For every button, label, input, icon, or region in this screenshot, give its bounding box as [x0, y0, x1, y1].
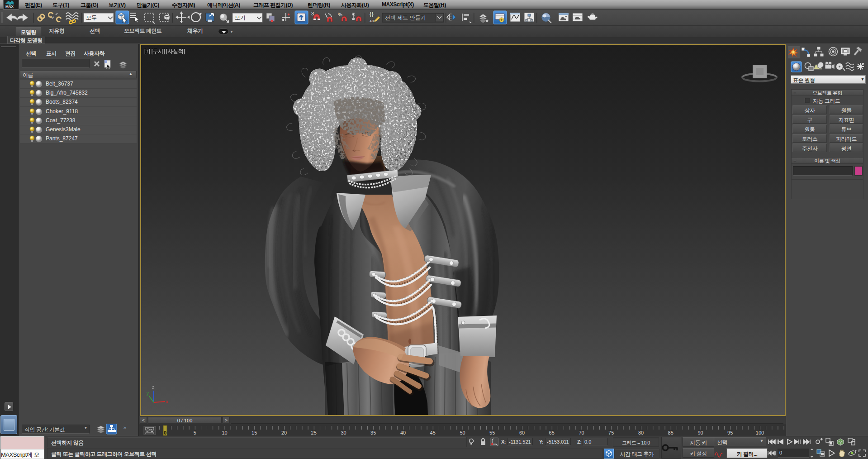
svg-text:3: 3 [311, 11, 314, 16]
svg-text:ABC: ABC [370, 19, 376, 23]
svg-text:85: 85 [668, 430, 674, 435]
svg-text:90: 90 [697, 430, 703, 435]
svg-text:%: % [338, 12, 342, 17]
svg-text:0: 0 [164, 430, 166, 435]
svg-text:x: x [166, 399, 168, 404]
svg-text:30: 30 [341, 430, 346, 435]
svg-text:MAX: MAX [5, 5, 14, 9]
svg-text:40: 40 [400, 430, 406, 435]
svg-text:80: 80 [638, 430, 644, 435]
svg-text:95: 95 [727, 430, 733, 435]
svg-text:20: 20 [281, 430, 287, 435]
svg-text:70: 70 [579, 430, 584, 435]
svg-text:45: 45 [430, 430, 436, 435]
svg-text:75: 75 [608, 430, 614, 435]
svg-text:15: 15 [251, 430, 257, 435]
svg-text:5: 5 [194, 430, 196, 435]
svg-text:25: 25 [311, 430, 317, 435]
svg-text:60: 60 [519, 430, 525, 435]
svg-text:»: » [123, 425, 126, 430]
svg-text:z: z [152, 385, 154, 390]
svg-text:35: 35 [370, 430, 376, 435]
svg-text:y: y [147, 391, 149, 396]
svg-text:100: 100 [756, 430, 764, 435]
svg-text:선택 세트 만들기: 선택 세트 만들기 [385, 14, 426, 21]
svg-text:50: 50 [460, 430, 465, 435]
svg-text:55: 55 [489, 430, 495, 435]
svg-text:65: 65 [549, 430, 555, 435]
svg-text:{}: {} [370, 10, 374, 17]
svg-text:보기: 보기 [235, 14, 246, 21]
svg-text:모두: 모두 [86, 14, 97, 21]
svg-text:10: 10 [222, 430, 227, 435]
